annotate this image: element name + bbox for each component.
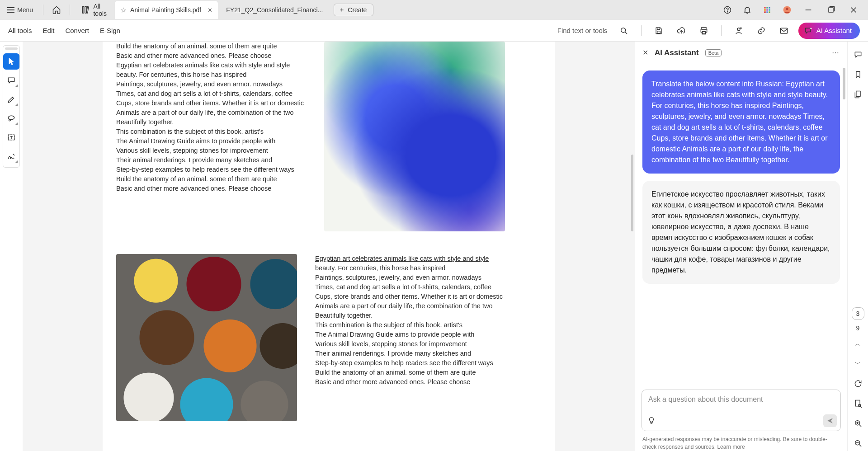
- share-button[interactable]: [731, 23, 747, 39]
- svg-point-20: [737, 28, 740, 30]
- bell-icon: [743, 5, 752, 14]
- palette-grip[interactable]: [5, 47, 18, 50]
- link-icon: [757, 26, 766, 35]
- profile-button[interactable]: [779, 2, 795, 18]
- rail-pages[interactable]: [850, 87, 866, 102]
- svg-rect-7: [764, 9, 765, 10]
- toolbar: All tools Edit Convert E-Sign Find text …: [0, 20, 868, 42]
- print-icon: [699, 26, 708, 35]
- zoom-out-icon: [854, 439, 863, 448]
- comment-tool[interactable]: [3, 72, 19, 89]
- toolbar-esign[interactable]: E-Sign: [100, 27, 120, 34]
- titlebar: Menu All tools ☆ Animal Painting Skills.…: [0, 0, 868, 20]
- svg-rect-8: [766, 9, 768, 10]
- ai-input[interactable]: Ask a question about this document: [642, 390, 841, 431]
- rotate-icon: [854, 379, 863, 388]
- search-button[interactable]: [616, 23, 632, 39]
- avatar-icon: [783, 5, 792, 14]
- maximize-icon: [826, 5, 835, 14]
- tab-label: Animal Painting Skills.pdf: [130, 6, 201, 14]
- plus-icon: ＋: [339, 6, 345, 14]
- svg-rect-4: [764, 7, 765, 8]
- page-up[interactable]: ︿: [850, 336, 866, 352]
- window-minimize[interactable]: [799, 2, 817, 18]
- ai-scrollbar-thumb[interactable]: [843, 68, 845, 99]
- save-button[interactable]: [651, 23, 667, 39]
- toolbar-convert[interactable]: Convert: [65, 27, 89, 34]
- comment-icon: [7, 76, 16, 85]
- minimize-icon: [804, 5, 813, 14]
- home-button[interactable]: [49, 2, 64, 18]
- svg-rect-25: [855, 400, 860, 406]
- scrollbar-thumb[interactable]: [631, 155, 633, 231]
- tab-active[interactable]: ☆ Animal Painting Skills.pdf ✕: [115, 1, 218, 19]
- highlight-tool[interactable]: [3, 91, 19, 108]
- ai-close-button[interactable]: ✕: [642, 48, 648, 57]
- all-tools-label: All tools: [93, 3, 107, 17]
- ai-input-placeholder: Ask a question about this document: [648, 395, 763, 403]
- bulb-icon: [647, 416, 656, 424]
- help-button[interactable]: [720, 2, 735, 18]
- doc-text-block-1: Build the anatomy of an animal. some of …: [116, 42, 306, 193]
- window-close[interactable]: [844, 2, 863, 18]
- svg-point-3: [727, 12, 728, 12]
- rail-bookmarks[interactable]: [850, 67, 866, 82]
- window-maximize[interactable]: [822, 2, 840, 18]
- suggestions-button[interactable]: [647, 416, 656, 426]
- upload-button[interactable]: [673, 23, 689, 39]
- zoom-out[interactable]: [850, 436, 866, 451]
- print-button[interactable]: [696, 23, 712, 39]
- doc-search-icon: [854, 399, 863, 408]
- rail-ocr[interactable]: [850, 396, 866, 411]
- find-label[interactable]: Find text or tools: [557, 27, 608, 34]
- text-tool[interactable]: [3, 129, 19, 146]
- close-icon: [849, 5, 858, 14]
- draw-tool[interactable]: [3, 110, 19, 127]
- tab-inactive[interactable]: FY21_Q2_Consolidated_Financi...: [221, 1, 328, 19]
- ai-assistant-message: Египетское искусство прославляет животны…: [642, 181, 840, 284]
- apps-icon: [763, 5, 772, 14]
- ai-conversation[interactable]: Translate the below content into Russian…: [635, 64, 847, 386]
- toolbar-edit[interactable]: Edit: [43, 27, 55, 34]
- hamburger-icon: [7, 7, 14, 13]
- all-tools-button[interactable]: All tools: [75, 0, 112, 20]
- tab-close-icon[interactable]: ✕: [208, 7, 212, 14]
- rail-comments[interactable]: [850, 47, 866, 62]
- right-rail: 3 9 ︿ ﹀: [847, 42, 868, 451]
- zoom-in[interactable]: [850, 416, 866, 431]
- svg-rect-21: [780, 28, 787, 33]
- svg-rect-12: [769, 11, 770, 13]
- select-tool[interactable]: [3, 53, 19, 70]
- zoom-in-icon: [854, 419, 863, 428]
- pages-icon: [854, 90, 863, 99]
- lasso-icon: [7, 114, 16, 123]
- menu-button[interactable]: Menu: [3, 4, 38, 16]
- svg-rect-11: [766, 11, 768, 13]
- star-icon[interactable]: ☆: [120, 6, 127, 14]
- svg-rect-9: [769, 9, 770, 10]
- search-icon: [619, 26, 628, 35]
- ai-more-button[interactable]: ⋯: [832, 48, 840, 57]
- ai-assistant-button[interactable]: AI Assistant: [798, 23, 860, 39]
- menu-label: Menu: [17, 6, 33, 14]
- mail-icon: [779, 26, 788, 35]
- left-tool-rail: [0, 42, 23, 451]
- svg-rect-15: [829, 8, 833, 12]
- page-down[interactable]: ﹀: [850, 356, 866, 371]
- send-button[interactable]: [823, 414, 837, 427]
- create-button[interactable]: ＋ Create: [334, 4, 373, 16]
- svg-rect-10: [764, 11, 765, 13]
- watercolor-image: [324, 42, 505, 231]
- apps-button[interactable]: [760, 2, 775, 18]
- current-page-badge[interactable]: 3: [852, 307, 864, 320]
- rail-rotate[interactable]: [850, 376, 866, 391]
- ai-button-label: AI Assistant: [816, 27, 852, 34]
- email-button[interactable]: [776, 23, 792, 39]
- notifications-button[interactable]: [740, 2, 755, 18]
- link-button[interactable]: [753, 23, 769, 39]
- ai-assistant-panel: ✕ AI Assistant Beta ⋯ Translate the belo…: [635, 42, 847, 451]
- document-viewport[interactable]: Build the anatomy of an animal. some of …: [23, 42, 635, 451]
- sign-tool[interactable]: [3, 148, 19, 164]
- toolbar-all-tools[interactable]: All tools: [8, 27, 32, 34]
- save-icon: [654, 26, 663, 35]
